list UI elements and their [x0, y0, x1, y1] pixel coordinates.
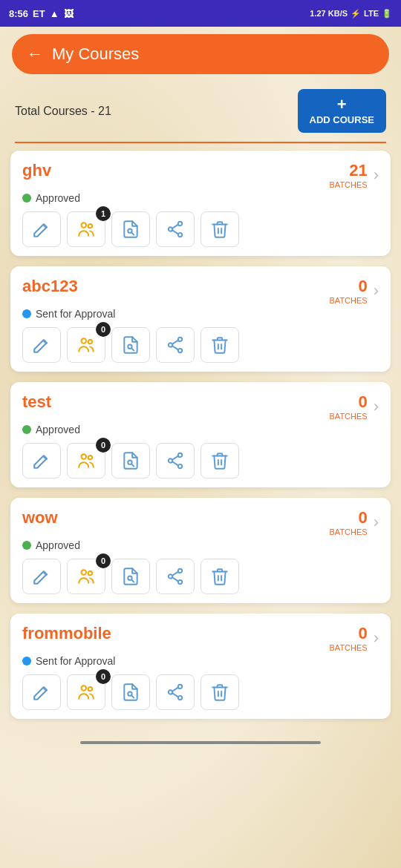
edit-button[interactable] [22, 559, 61, 594]
page-title: My Courses [52, 45, 139, 64]
svg-point-23 [169, 458, 172, 462]
delete-button[interactable] [200, 211, 239, 247]
svg-point-27 [82, 570, 87, 575]
svg-line-26 [172, 461, 178, 465]
delete-button[interactable] [200, 559, 239, 594]
status-carrier: ET [33, 8, 45, 19]
svg-point-4 [178, 222, 182, 226]
edit-button[interactable] [22, 327, 61, 363]
share-button[interactable] [156, 443, 195, 479]
status-bar: 8:56 ET ▲ 🖼 1.27 KB/S ⚡ LTE 🔋 [0, 0, 401, 27]
users-badge: 1 [96, 206, 111, 221]
batch-info[interactable]: 0 BATCHES › [330, 277, 379, 305]
delete-button[interactable] [200, 443, 239, 479]
svg-line-30 [132, 580, 134, 582]
battery-icon: 🔋 [382, 9, 392, 19]
svg-point-11 [128, 344, 131, 348]
status-dot [22, 425, 31, 434]
batch-info[interactable]: 21 BATCHES › [330, 161, 379, 189]
batch-label: BATCHES [330, 643, 368, 652]
doc-search-button[interactable] [111, 559, 150, 594]
batch-count: 21 [330, 161, 368, 180]
course-card-frommobile: frommobile 0 BATCHES › Sent for Approval [10, 614, 391, 719]
actions-row: 0 [22, 327, 379, 363]
back-button[interactable]: ← [27, 45, 43, 64]
svg-point-2 [128, 228, 131, 232]
chevron-right-icon: › [374, 281, 379, 300]
svg-line-44 [172, 693, 178, 697]
svg-point-14 [169, 343, 172, 346]
status-left: 8:56 ET ▲ 🖼 [9, 8, 74, 19]
chevron-right-icon: › [374, 165, 379, 185]
total-courses-label: Total Courses - 21 [15, 105, 111, 118]
chevron-right-icon: › [374, 397, 379, 416]
status-dot [22, 309, 31, 318]
edit-button[interactable] [22, 211, 61, 247]
status-row: Approved [22, 424, 379, 435]
svg-line-43 [172, 688, 178, 691]
add-course-button[interactable]: + ADD COURSE [298, 89, 386, 133]
status-row: Sent for Approval [22, 655, 379, 667]
doc-search-button[interactable] [111, 211, 150, 247]
edit-button[interactable] [22, 443, 61, 479]
doc-search-button[interactable] [111, 674, 150, 710]
svg-point-41 [169, 690, 172, 694]
status-dot [22, 194, 31, 203]
batch-info[interactable]: 0 BATCHES › [330, 508, 379, 536]
status-right: 1.27 KB/S ⚡ LTE 🔋 [310, 9, 392, 19]
users-button[interactable]: 0 [67, 559, 105, 594]
svg-point-6 [178, 233, 182, 237]
actions-row: 1 [22, 211, 379, 247]
svg-line-7 [172, 225, 178, 228]
batch-info[interactable]: 0 BATCHES › [330, 392, 379, 421]
status-text: Sent for Approval [36, 655, 115, 667]
plus-icon: + [337, 96, 347, 113]
share-button[interactable] [156, 559, 195, 594]
edit-button[interactable] [22, 674, 61, 710]
svg-line-3 [132, 233, 134, 235]
users-badge: 0 [96, 438, 111, 453]
card-top: abc123 0 BATCHES › [22, 277, 379, 305]
share-button[interactable] [156, 674, 195, 710]
users-button[interactable]: 0 [67, 327, 105, 363]
course-card-ghv: ghv 21 BATCHES › Approved [10, 151, 391, 256]
doc-search-button[interactable] [111, 443, 150, 479]
batch-label: BATCHES [330, 296, 368, 305]
delete-button[interactable] [200, 327, 239, 363]
signal-icon: ▲ [50, 8, 59, 19]
course-name: frommobile [22, 624, 111, 643]
users-button[interactable]: 0 [67, 443, 105, 479]
svg-point-38 [128, 691, 131, 695]
svg-line-8 [172, 230, 178, 234]
card-top: ghv 21 BATCHES › [22, 161, 379, 189]
chevron-right-icon: › [374, 628, 379, 648]
status-text: Sent for Approval [36, 308, 115, 320]
course-card-wow: wow 0 BATCHES › Approved [10, 498, 391, 603]
users-button[interactable]: 1 [67, 211, 105, 247]
share-button[interactable] [156, 327, 195, 363]
users-badge: 0 [96, 553, 111, 568]
svg-line-12 [132, 349, 134, 351]
svg-line-16 [172, 341, 178, 344]
bottom-nav-indicator [80, 741, 321, 744]
network-icon: LTE [364, 9, 379, 18]
svg-point-1 [88, 224, 92, 228]
batch-info[interactable]: 0 BATCHES › [330, 624, 379, 652]
status-row: Approved [22, 539, 379, 551]
status-text: Approved [36, 424, 80, 435]
users-button[interactable]: 0 [67, 674, 105, 710]
svg-point-20 [128, 460, 131, 464]
share-button[interactable] [156, 211, 195, 247]
delete-button[interactable] [200, 674, 239, 710]
course-name: abc123 [22, 277, 78, 296]
svg-point-33 [178, 580, 182, 584]
bluetooth-icon: ⚡ [351, 9, 361, 19]
toolbar-underline [15, 142, 386, 143]
users-badge: 0 [96, 669, 111, 684]
svg-point-9 [82, 338, 87, 343]
course-name: wow [22, 508, 58, 527]
svg-point-32 [169, 574, 172, 578]
svg-point-22 [178, 453, 182, 457]
doc-search-button[interactable] [111, 327, 150, 363]
users-badge: 0 [96, 322, 111, 337]
